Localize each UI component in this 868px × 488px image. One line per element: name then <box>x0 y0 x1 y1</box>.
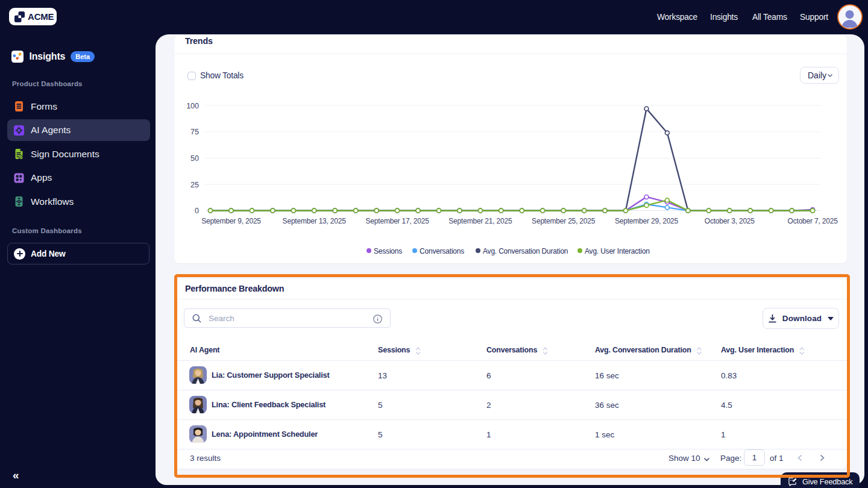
svg-text:September 13, 2025: September 13, 2025 <box>283 217 347 225</box>
svg-text:Conversations: Conversations <box>420 247 464 255</box>
svg-text:September 21, 2025: September 21, 2025 <box>448 217 512 225</box>
svg-text:September 9, 2025: September 9, 2025 <box>201 217 261 225</box>
svg-text:October 3, 2025: October 3, 2025 <box>705 217 755 225</box>
svg-text:25: 25 <box>190 181 199 189</box>
svg-text:Avg. Conversation Duration: Avg. Conversation Duration <box>483 247 568 255</box>
svg-text:September 29, 2025: September 29, 2025 <box>615 217 679 225</box>
svg-text:September 25, 2025: September 25, 2025 <box>532 217 596 225</box>
svg-text:Sessions: Sessions <box>374 247 402 255</box>
svg-text:100: 100 <box>186 102 199 110</box>
svg-text:75: 75 <box>190 128 199 136</box>
svg-text:Avg. User Interaction: Avg. User Interaction <box>585 247 650 255</box>
svg-text:October 7, 2025: October 7, 2025 <box>788 217 838 225</box>
svg-text:0: 0 <box>195 207 199 215</box>
svg-text:50: 50 <box>190 154 199 163</box>
svg-text:September 17, 2025: September 17, 2025 <box>366 217 430 225</box>
